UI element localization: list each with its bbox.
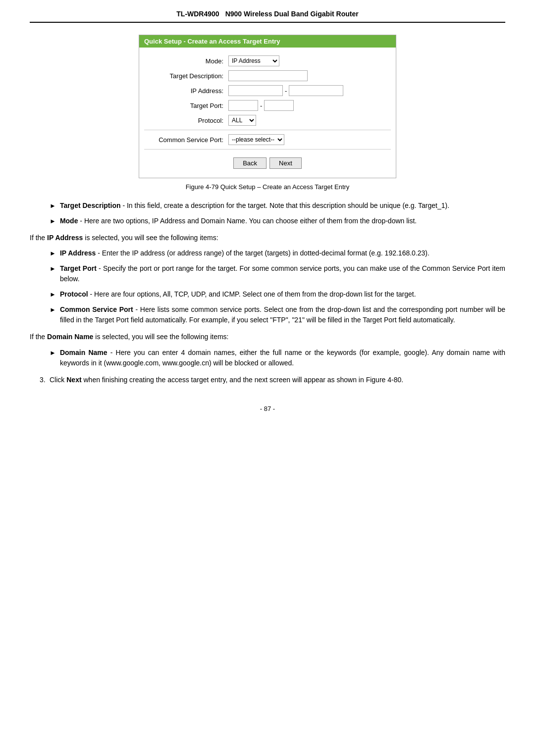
bullet-text-target-desc: Target Description - In this field, crea… [60,201,505,211]
product-model: TL-WDR4900 [176,10,219,18]
bullet-arrow-icon: ► [50,201,56,211]
bullet-arrow-icon: ► [50,264,56,274]
num-label-3: 3. [40,374,50,385]
bullet-bold-mode: Mode [60,217,78,225]
form-divider-2 [144,149,391,150]
list-item: ► Protocol - Here are four options, All,… [50,289,505,300]
form-divider [144,130,391,130]
form-body: Mode: IP Address Domain Name Target Desc… [139,48,396,178]
target-port-label: Target Port: [144,102,228,109]
form-title: Quick Setup - Create an Access Target En… [139,35,396,48]
bullet-bold-common-service: Common Service Port [60,305,133,313]
bullet-text-mode: Mode - Here are two options, IP Address … [60,216,505,226]
list-item: ► Mode - Here are two options, IP Addres… [50,216,505,226]
back-button[interactable]: Back [233,157,267,169]
protocol-select[interactable]: ALL TCP UDP ICMP [228,115,256,126]
page-header: TL-WDR4900 N900 Wireless Dual Band Gigab… [30,10,505,23]
mode-row: Mode: IP Address Domain Name [144,55,391,66]
form-buttons: Back Next [144,153,391,171]
list-item: ► IP Address - Enter the IP address (or … [50,248,505,258]
bullet-arrow-icon: ► [50,348,56,358]
bullet-bold-protocol: Protocol [60,290,88,298]
ip-address-control: - [228,85,343,96]
target-description-row: Target Description: [144,70,391,81]
page-number: - 87 - [30,405,505,412]
target-description-control [228,70,308,81]
bullet-arrow-icon: ► [50,290,56,300]
ip-address-row: IP Address: - [144,85,391,96]
target-description-input[interactable] [228,70,308,81]
bullet-text-target-port: Target Port - Specify the port or port r… [60,263,505,284]
next-button[interactable]: Next [269,157,302,169]
list-item: ► Target Port - Specify the port or port… [50,263,505,284]
target-port-control: - [228,100,294,111]
protocol-row: Protocol: ALL TCP UDP ICMP [144,115,391,126]
protocol-label: Protocol: [144,117,228,124]
quick-setup-form-box: Quick Setup - Create an Access Target En… [139,35,396,178]
bullet-bold-target-port: Target Port [60,264,97,272]
mode-label: Mode: [144,57,228,65]
common-service-port-label: Common Service Port: [144,136,228,144]
common-service-port-control: --please select-- [228,134,284,145]
target-description-label: Target Description: [144,72,228,80]
figure-caption: Figure 4-79 Quick Setup – Create an Acce… [30,183,505,191]
mode-control: IP Address Domain Name [228,55,279,66]
numbered-item-3: 3. Click Next when finishing creating th… [40,374,505,385]
ip-address-label: IP Address: [144,87,228,95]
port-separator: - [260,102,262,109]
bullet-bold-domain: Domain Name [60,349,107,356]
num-text-3: Click Next when finishing creating the a… [50,374,505,385]
target-port-row: Target Port: - [144,100,391,111]
ip-address-bold: IP Address [47,234,83,242]
ip-separator: - [285,87,287,95]
domain-bullet-list: ► Domain Name - Here you can enter 4 dom… [50,348,505,368]
mode-select[interactable]: IP Address Domain Name [228,55,279,66]
bullet-arrow-icon: ► [50,216,56,226]
protocol-control: ALL TCP UDP ICMP [228,115,256,126]
list-item: ► Domain Name - Here you can enter 4 dom… [50,348,505,368]
bullet-text-ip: IP Address - Enter the IP address (or ad… [60,248,505,258]
target-port-input-left[interactable] [228,100,258,111]
ip-bullet-list: ► IP Address - Enter the IP address (or … [50,248,505,325]
general-bullet-list: ► Target Description - In this field, cr… [50,201,505,226]
domain-name-intro-para: If the Domain Name is selected, you will… [30,331,505,342]
common-service-port-select[interactable]: --please select-- [228,134,284,145]
target-port-input-right[interactable] [264,100,294,111]
numbered-list: 3. Click Next when finishing creating th… [40,374,505,385]
product-description: N900 Wireless Dual Band Gigabit Router [225,10,359,18]
bullet-arrow-icon: ► [50,249,56,258]
domain-name-bold: Domain Name [47,333,93,341]
ip-address-input-left[interactable] [228,85,283,96]
bullet-text-domain: Domain Name - Here you can enter 4 domai… [60,348,505,368]
ip-address-intro-para: If the IP Address is selected, you will … [30,232,505,243]
common-service-port-row: Common Service Port: --please select-- [144,134,391,145]
bullet-arrow-icon: ► [50,305,56,315]
bullet-text-protocol: Protocol - Here are four options, All, T… [60,289,505,300]
list-item: ► Common Service Port - Here lists some … [50,304,505,325]
list-item: ► Target Description - In this field, cr… [50,201,505,211]
ip-address-input-right[interactable] [289,85,343,96]
next-bold: Next [66,376,81,384]
bullet-bold-target: Target Description [60,202,121,209]
bullet-bold-ip: IP Address [60,249,96,257]
bullet-text-common-service: Common Service Port - Here lists some co… [60,304,505,325]
